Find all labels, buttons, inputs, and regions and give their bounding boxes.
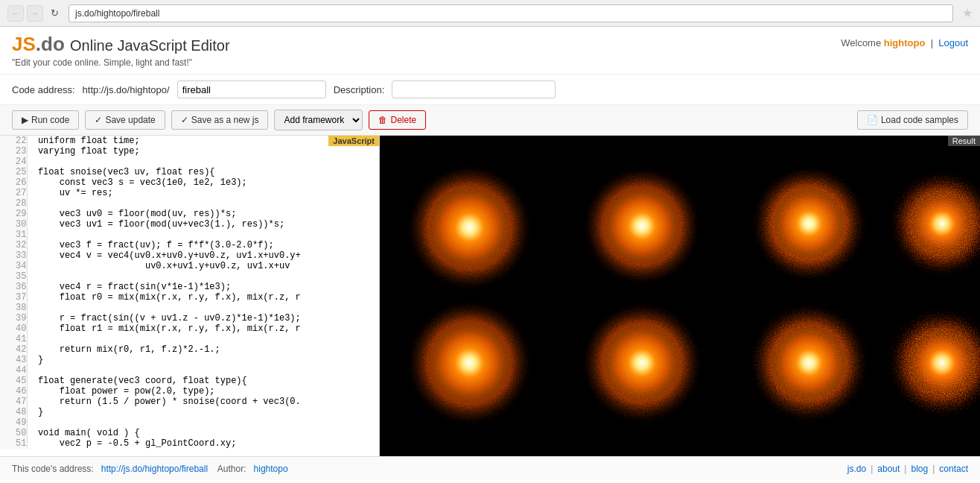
file-icon: 📄 (867, 115, 878, 125)
line-number: 38 (0, 303, 27, 313)
code-line: vec2 p = -0.5 + gl_PointCoord.xy; (27, 438, 379, 449)
code-line: float r0 = mix(mix(r.x, r.y, f.x), mix(r… (27, 292, 379, 303)
line-number: 32 (0, 240, 27, 250)
table-row: 37 float r0 = mix(mix(r.x, r.y, f.x), mi… (0, 292, 379, 303)
footer-links: js.do | about | blog | contact (847, 464, 968, 474)
line-number: 22 (0, 136, 27, 146)
line-number: 44 (0, 365, 27, 376)
run-button[interactable]: ▶ Run code (12, 110, 79, 130)
line-number: 46 (0, 386, 27, 397)
line-number: 48 (0, 407, 27, 417)
line-number: 23 (0, 146, 27, 157)
code-line: float power = pow(2.0, type); (27, 386, 379, 397)
framework-select[interactable]: Add framework (274, 110, 363, 130)
bookmark-icon[interactable]: ★ (962, 6, 973, 20)
table-row: 41 (0, 334, 379, 344)
code-editor[interactable]: JavaScript 22 uniform float time;23 vary… (0, 136, 380, 456)
username-link[interactable]: hightopo (884, 37, 926, 48)
table-row: 36 vec4 r = fract(sin(v*1e-1)*1e3); (0, 282, 379, 292)
code-address-bar: Code address: http://js.do/hightopo/ Des… (0, 75, 980, 105)
line-number: 45 (0, 376, 27, 386)
line-number: 42 (0, 344, 27, 355)
line-number: 39 (0, 313, 27, 323)
table-row: 33 vec4 v = vec4(uv0.x+uv0.y+uv0.z, uv1.… (0, 250, 379, 261)
logout-label: Logout (938, 37, 968, 48)
code-line: r = fract(sin((v + uv1.z - uv0.z)*1e-1)*… (27, 313, 379, 323)
contact-link[interactable]: contact (939, 464, 968, 474)
line-number: 47 (0, 397, 27, 407)
code-line: vec3 uv0 = floor(mod(uv, res))*s; (27, 209, 379, 219)
table-row: 29 vec3 uv0 = floor(mod(uv, res))*s; (0, 209, 379, 219)
address-label: This code's address: (12, 464, 94, 474)
table-row: 39 r = fract(sin((v + uv1.z - uv0.z)*1e-… (0, 313, 379, 323)
logo-area: JS.do Online JavaScript Editor "Edit you… (12, 33, 230, 68)
line-number: 31 (0, 230, 27, 240)
code-address-label: Code address: (12, 84, 75, 95)
toolbar: ▶ Run code ✓ Save update ✓ Save as a new… (0, 105, 980, 136)
code-line: } (27, 355, 379, 365)
forward-button[interactable]: → (27, 5, 43, 22)
table-row: 50 void main( void ) { (0, 428, 379, 438)
line-number: 50 (0, 428, 27, 438)
table-row: 49 (0, 417, 379, 428)
line-number: 27 (0, 188, 27, 198)
code-line (27, 230, 379, 240)
table-row: 40 float r1 = mix(mix(r.x, r.y, f.x), mi… (0, 323, 379, 334)
load-samples-button[interactable]: 📄 Load code samples (857, 110, 968, 130)
delete-label: Delete (390, 115, 416, 125)
js-badge: JavaScript (328, 136, 379, 146)
table-row: 31 (0, 230, 379, 240)
sep3: | (932, 464, 935, 474)
username: hightopo (884, 37, 926, 48)
line-number: 35 (0, 271, 27, 282)
address-bar[interactable]: js.do/hightopo/fireball (69, 4, 953, 22)
app-header: JS.do Online JavaScript Editor "Edit you… (0, 27, 980, 75)
description-input[interactable] (392, 80, 556, 98)
code-line: float generate(vec3 coord, float type){ (27, 376, 379, 386)
table-row: 42 return mix(r0, r1, f.z)*2.-1.; (0, 344, 379, 355)
line-number: 37 (0, 292, 27, 303)
refresh-button[interactable]: ↻ (46, 5, 63, 22)
code-line: float r1 = mix(mix(r.x, r.y, f.x), mix(r… (27, 323, 379, 334)
code-table: 22 uniform float time;23 varying float t… (0, 136, 379, 449)
svg-point-10 (427, 321, 511, 405)
code-name-input[interactable] (177, 80, 326, 98)
header-user: Welcome hightopo | Logout (841, 37, 968, 48)
blog-link[interactable]: blog (911, 464, 928, 474)
back-button[interactable]: ← (7, 5, 24, 22)
table-row: 26 const vec3 s = vec3(1e0, 1e2, 1e3); (0, 177, 379, 188)
jsdo-link[interactable]: js.do (847, 464, 866, 474)
line-number: 24 (0, 157, 27, 167)
line-number: 41 (0, 334, 27, 344)
logout-link[interactable]: Logout (938, 37, 968, 48)
code-line: vec4 r = fract(sin(v*1e-1)*1e3); (27, 282, 379, 292)
delete-button[interactable]: 🗑 Delete (369, 110, 426, 130)
url-text: js.do/hightopo/fireball (75, 8, 159, 19)
table-row: 51 vec2 p = -0.5 + gl_PointCoord.xy; (0, 438, 379, 449)
save-button[interactable]: ✓ Save update (85, 110, 165, 130)
trash-icon: 🗑 (378, 115, 387, 125)
check-icon: ✓ (95, 115, 102, 125)
line-number: 25 (0, 167, 27, 177)
table-row: 25 float snoise(vec3 uv, float res){ (0, 167, 379, 177)
svg-point-4 (602, 186, 681, 265)
result-panel: Result (380, 136, 980, 456)
code-address-link[interactable]: http://js.do/hightopo/fireball (101, 464, 208, 474)
line-number: 36 (0, 282, 27, 292)
logo-js: JS (12, 33, 36, 55)
logo-subtitle: "Edit your code online. Simple, light an… (12, 57, 230, 68)
code-line (27, 334, 379, 344)
code-line (27, 198, 379, 209)
table-row: 35 (0, 271, 379, 282)
run-label: Run code (31, 115, 69, 125)
save-new-button[interactable]: ✓ Save as a new js (171, 110, 269, 130)
table-row: 38 (0, 303, 379, 313)
logo-tagline: Online JavaScript Editor (70, 37, 230, 54)
about-link[interactable]: about (877, 464, 900, 474)
code-line (27, 271, 379, 282)
table-row: 47 return (1.5 / power) * snoise(coord +… (0, 397, 379, 407)
code-line: const vec3 s = vec3(1e0, 1e2, 1e3); (27, 177, 379, 188)
code-line: vec3 f = fract(uv); f = f*f*(3.0-2.0*f); (27, 240, 379, 250)
author-link[interactable]: hightopo (254, 464, 288, 474)
line-number: 43 (0, 355, 27, 365)
